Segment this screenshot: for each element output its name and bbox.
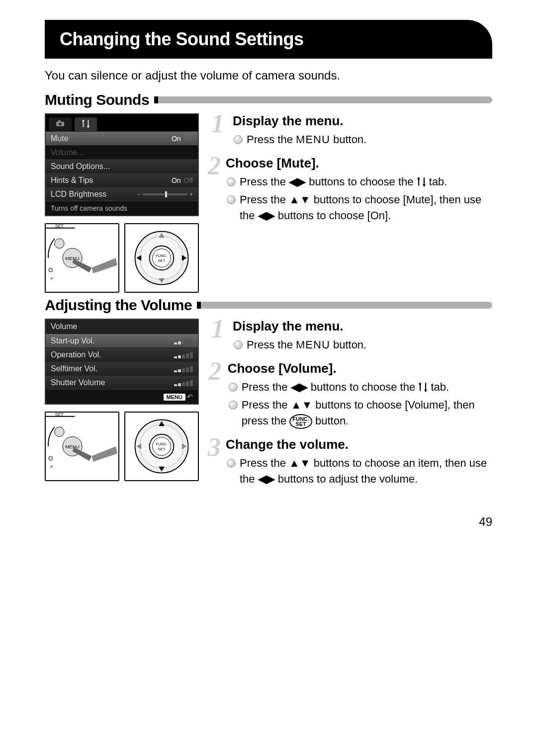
lcd-row-shutter: Shutter Volume bbox=[46, 375, 198, 389]
step-number: 1 bbox=[208, 113, 228, 153]
menu-word-icon: MENU bbox=[296, 133, 330, 146]
page-title: Changing the Sound Settings bbox=[45, 20, 492, 59]
volume-bar bbox=[174, 337, 193, 344]
step-bullet: Press the MENU button. bbox=[233, 132, 366, 148]
svg-rect-1 bbox=[58, 120, 61, 122]
lcd-row-hints: Hints & Tips On Off bbox=[46, 173, 198, 187]
menu-pill: MENU bbox=[164, 394, 185, 401]
lcd-menu-back: MENU↶ bbox=[46, 389, 198, 404]
svg-text:FUNC.: FUNC. bbox=[156, 442, 168, 446]
svg-text:MENU: MENU bbox=[65, 255, 80, 261]
tools-icon bbox=[417, 177, 426, 186]
svg-rect-22 bbox=[424, 177, 425, 184]
step-title: Choose [Volume]. bbox=[228, 361, 492, 376]
lcd-hints-label: Hints & Tips bbox=[51, 176, 93, 185]
lcd-mute-label: Mute bbox=[51, 134, 69, 143]
svg-rect-3 bbox=[88, 120, 89, 126]
tools-icon bbox=[418, 383, 428, 392]
up-down-icon: ▲▼ bbox=[289, 457, 311, 469]
svg-text:SET: SET bbox=[55, 413, 64, 417]
step-bullet: Press the ◀▶ buttons to choose the tab. bbox=[226, 174, 492, 190]
svg-text:SET: SET bbox=[158, 258, 165, 263]
step: 2Choose [Volume].Press the ◀▶ buttons to… bbox=[208, 361, 492, 434]
heading-rule bbox=[154, 96, 492, 103]
back-icon: ↶ bbox=[187, 393, 193, 401]
lcd-hints-on: On bbox=[172, 176, 181, 184]
lcd-row-selftimer: Selftimer Vol. bbox=[46, 361, 198, 375]
step-bullet: Press the ▲▼ buttons to choose [Volume],… bbox=[228, 397, 492, 429]
volume-bar bbox=[174, 351, 193, 358]
volume-bar bbox=[174, 365, 193, 372]
step-number: 2 bbox=[208, 156, 221, 229]
lcd-brightness-label: LCD Brightness bbox=[51, 190, 106, 199]
up-down-icon: ▲▼ bbox=[291, 399, 313, 411]
lcd-shutter-label: Shutter Volume bbox=[51, 378, 105, 387]
page-number: 49 bbox=[0, 515, 492, 529]
svg-point-24 bbox=[55, 427, 64, 436]
left-right-icon: ◀▶ bbox=[291, 381, 308, 393]
hw-menu-button-diagram: SET MENU P bbox=[45, 412, 119, 481]
step-bullet: Press the ▲▼ buttons to choose an item, … bbox=[226, 455, 492, 487]
lcd-sound-options-label: Sound Options... bbox=[51, 162, 110, 171]
volume-bar bbox=[174, 379, 193, 386]
hw-dpad-diagram: FUNC. SET bbox=[124, 223, 199, 293]
step-title: Choose [Mute]. bbox=[226, 156, 492, 171]
lcd-volume-title: Volume bbox=[46, 320, 198, 334]
lcd-tab-tools bbox=[75, 117, 97, 131]
svg-text:FUNC.: FUNC. bbox=[156, 253, 168, 258]
lcd-startup-label: Start-up Vol. bbox=[51, 336, 94, 345]
left-right-icon: ◀▶ bbox=[289, 175, 306, 188]
lcd-brightness-slider: −+ bbox=[137, 191, 193, 198]
lcd-row-volume: Volume... bbox=[46, 145, 198, 159]
step-title: Display the menu. bbox=[233, 319, 366, 334]
lcd-row-sound-options: Sound Options... bbox=[46, 159, 198, 173]
intro-text: You can silence or adjust the volume of … bbox=[45, 69, 492, 83]
step: 1Display the menu.Press the MENU button. bbox=[208, 113, 492, 153]
steps-volume: 1Display the menu.Press the MENU button.… bbox=[208, 319, 492, 495]
step-title: Display the menu. bbox=[233, 113, 366, 129]
step-bullet: Press the ◀▶ buttons to choose the tab. bbox=[228, 379, 492, 395]
step: 2Choose [Mute].Press the ◀▶ buttons to c… bbox=[208, 156, 492, 229]
step-number: 3 bbox=[208, 437, 221, 492]
section-muting-heading-row: Muting Sounds bbox=[45, 91, 492, 108]
svg-marker-11 bbox=[91, 258, 117, 273]
svg-rect-41 bbox=[425, 383, 426, 390]
camera-icon bbox=[56, 120, 65, 127]
step-bullet: Press the MENU button. bbox=[233, 337, 366, 353]
left-right-icon: ◀▶ bbox=[258, 473, 275, 485]
lcd-mute-off: Off bbox=[184, 135, 193, 143]
svg-text:SET: SET bbox=[158, 447, 165, 451]
tools-icon bbox=[82, 120, 90, 128]
lcd-volume-label: Volume... bbox=[51, 148, 84, 157]
heading-rule bbox=[197, 302, 492, 309]
svg-text:SET: SET bbox=[55, 224, 64, 229]
lcd-row-operation: Operation Vol. bbox=[46, 347, 198, 361]
svg-point-27 bbox=[49, 456, 53, 460]
lcd-volume-submenu: Volume Start-up Vol. Operation Vol. Self… bbox=[45, 319, 199, 405]
hw-dpad-diagram: FUNC. SET bbox=[124, 412, 199, 481]
lcd-settings-mute: Mute On Off Volume... Sound Options... H… bbox=[45, 113, 199, 216]
step-bullet: Press the ▲▼ buttons to choose [Mute], t… bbox=[226, 192, 492, 224]
svg-point-2 bbox=[59, 123, 62, 126]
svg-text:MENU: MENU bbox=[65, 444, 80, 449]
lcd-hints-off: Off bbox=[184, 176, 193, 184]
left-right-icon: ◀▶ bbox=[258, 209, 275, 222]
section-volume-heading-row: Adjusting the Volume bbox=[45, 297, 492, 314]
lcd-footer-text: Turns off camera sounds bbox=[46, 201, 198, 215]
hw-menu-button-diagram: SET MENU P bbox=[45, 223, 119, 293]
svg-text:P: P bbox=[51, 465, 53, 469]
lcd-row-startup: Start-up Vol. bbox=[46, 334, 198, 347]
func-set-icon: FUNC.SET bbox=[289, 414, 312, 429]
section-volume-heading: Adjusting the Volume bbox=[45, 297, 192, 314]
section-muting-heading: Muting Sounds bbox=[45, 91, 149, 108]
step: 1Display the menu.Press the MENU button. bbox=[208, 319, 492, 358]
steps-muting: 1Display the menu.Press the MENU button.… bbox=[208, 113, 492, 293]
lcd-row-mute: Mute On Off bbox=[46, 131, 198, 145]
svg-text:P: P bbox=[51, 276, 53, 281]
step-title: Change the volume. bbox=[226, 437, 492, 452]
lcd-operation-label: Operation Vol. bbox=[51, 350, 101, 359]
step: 3Change the volume.Press the ▲▼ buttons … bbox=[208, 437, 492, 492]
lcd-mute-on: On bbox=[172, 135, 181, 143]
step-number: 1 bbox=[208, 319, 228, 358]
lcd-selftimer-label: Selftimer Vol. bbox=[51, 364, 97, 373]
